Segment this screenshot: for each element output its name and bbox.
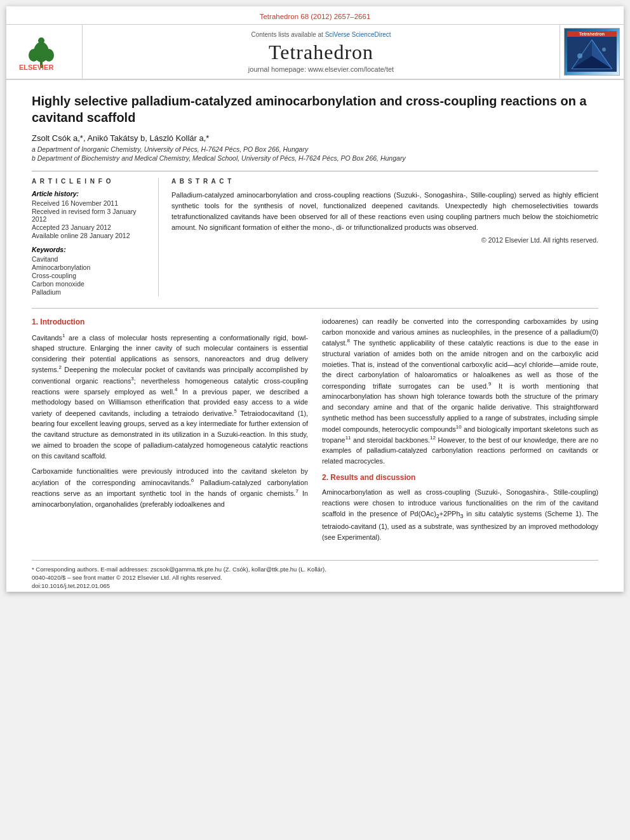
corresponding-authors: * Corresponding authors. E-mail addresse… [32, 566, 598, 573]
journal-homepage: journal homepage: www.elsevier.com/locat… [248, 65, 394, 73]
affiliation-a: a Department of Inorganic Chemistry, Uni… [32, 145, 598, 153]
authors-line: Zsolt Csók a,*, Anikó Takátsy b, László … [32, 133, 598, 143]
intro-para-3: iodoarenes) can readily be converted int… [322, 316, 598, 467]
copyright-text: © 2012 Elsevier Ltd. All rights reserved… [171, 236, 598, 244]
keyword-1: Cavitand [32, 255, 149, 263]
keywords-section: Keywords: Cavitand Aminocarbonylation Cr… [32, 246, 149, 296]
page: Tetrahedron 68 (2012) 2657–2661 ELSEVIER… [6, 6, 624, 592]
elsevier-logo-icon: ELSEVIER [16, 33, 73, 71]
history-title: Article history: [32, 190, 149, 197]
journal-title-area: Contents lists available at SciVerse Sci… [83, 25, 560, 79]
info-abstract-section: A R T I C L E I N F O Article history: R… [32, 171, 598, 297]
article-info-label: A R T I C L E I N F O [32, 178, 149, 185]
keywords-label: Keywords: [32, 246, 149, 253]
article-title: Highly selective palladium-catalyzed ami… [32, 93, 598, 126]
sciverse-text: Contents lists available at SciVerse Sci… [251, 31, 391, 38]
affiliation-b: b Department of Biochemistry and Medical… [32, 154, 598, 162]
abstract-text: Palladium-catalyzed aminocarbonylation a… [171, 190, 598, 233]
intro-heading: 1. Introduction [32, 316, 308, 328]
top-bar: Tetrahedron 68 (2012) 2657–2661 [6, 6, 624, 25]
body-col-right: iodoarenes) can readily be converted int… [322, 316, 598, 547]
body-section: 1. Introduction Cavitands1 are a class o… [32, 308, 598, 547]
svg-text:ELSEVIER: ELSEVIER [19, 63, 53, 71]
sciverse-link[interactable]: SciVerse ScienceDirect [325, 31, 391, 38]
journal-reference: Tetrahedron 68 (2012) 2657–2661 [260, 13, 371, 20]
accepted-date: Accepted 23 January 2012 [32, 223, 149, 231]
results-heading: 2. Results and discussion [322, 472, 598, 484]
svg-point-3 [44, 49, 54, 62]
svg-point-12 [602, 48, 606, 51]
article-history: Article history: Received 16 November 20… [32, 190, 149, 239]
body-col-left: 1. Introduction Cavitands1 are a class o… [32, 316, 308, 547]
available-date: Available online 28 January 2012 [32, 232, 149, 239]
issn-line: 0040-4020/$ – see front matter © 2012 El… [32, 574, 598, 581]
received-revised-date: Received in revised form 3 January 2012 [32, 208, 149, 223]
intro-para-1: Cavitands1 are a class of molecular host… [32, 332, 308, 462]
results-para-1: Aminocarbonylation as well as cross-coup… [322, 487, 598, 542]
article-content: Highly selective palladium-catalyzed ami… [6, 80, 624, 560]
svg-point-4 [38, 37, 44, 44]
keyword-4: Carbon monoxide [32, 280, 149, 288]
doi-line: doi:10.1016/j.tet.2012.01.065 [32, 582, 598, 589]
elsevier-logo-area: ELSEVIER [6, 25, 83, 79]
svg-point-11 [577, 53, 582, 58]
authors-text: Zsolt Csók a,*, Anikó Takátsy b, László … [32, 133, 209, 143]
journal-header: ELSEVIER Contents lists available at Sci… [6, 25, 624, 80]
journal-main-title: Tetrahedron [269, 41, 373, 64]
intro-para-2: Carboxamide functionalities were previou… [32, 466, 308, 509]
journal-cover-image: Tetrahedron [564, 28, 620, 76]
abstract-label: A B S T R A C T [171, 178, 598, 185]
keyword-3: Cross-coupling [32, 272, 149, 279]
journal-cover-area: Tetrahedron [560, 25, 624, 79]
abstract-column: A B S T R A C T Palladium-catalyzed amin… [171, 178, 598, 297]
received-date: Received 16 November 2011 [32, 199, 149, 207]
cover-title: Tetrahedron [567, 31, 617, 37]
article-info-column: A R T I C L E I N F O Article history: R… [32, 178, 159, 297]
cover-graphic [567, 37, 617, 72]
footer-section: * Corresponding authors. E-mail addresse… [32, 560, 598, 592]
body-two-col: 1. Introduction Cavitands1 are a class o… [32, 316, 598, 547]
svg-point-2 [29, 49, 39, 62]
keyword-2: Aminocarbonylation [32, 263, 149, 271]
keyword-5: Palladium [32, 288, 149, 296]
